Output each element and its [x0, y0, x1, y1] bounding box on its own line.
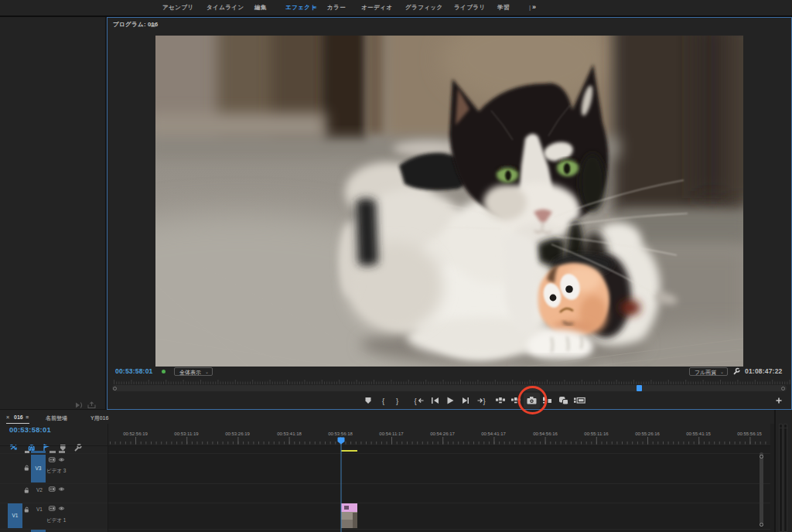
svg-text:{: {	[382, 397, 384, 405]
svg-text:{: {	[415, 397, 417, 405]
svg-text:}: }	[483, 397, 486, 405]
svg-text:}: }	[396, 397, 398, 405]
